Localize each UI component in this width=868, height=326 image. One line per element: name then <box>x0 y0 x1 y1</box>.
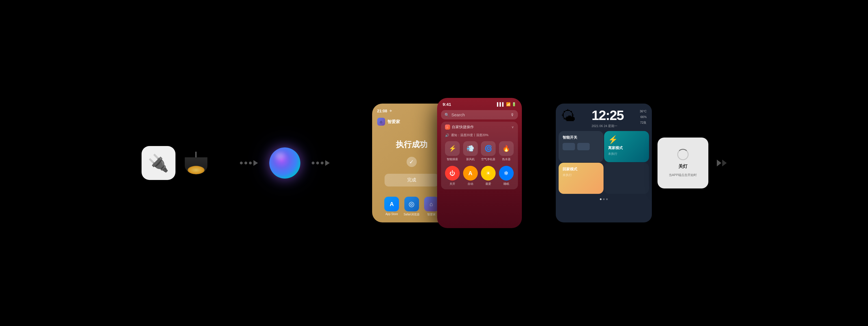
weather-stats: 36°C 66% 72良 <box>640 109 647 125</box>
double-chevron-icon <box>717 160 727 166</box>
humidity-text: 66% <box>640 114 647 120</box>
page-dot-2 <box>603 198 604 200</box>
power-button[interactable]: ⏻ <box>445 166 460 181</box>
switch-2[interactable] <box>577 143 590 150</box>
widget-time: 12:25 <box>592 109 624 122</box>
arrow-2 <box>312 160 330 166</box>
list-item: A 自动 <box>463 166 478 186</box>
shortcuts-header: ⌂ 自家快捷操作 ∨ <box>441 122 518 131</box>
dot <box>321 162 323 164</box>
siri-status-icons: ▌▌▌ 📶 🔋 <box>497 102 516 106</box>
home-mode-title: 回家模式 <box>563 167 599 172</box>
phones-container: 21:08 ✈ ⌂ 智爱家 执行成功 ✓ 完成 A App Store <box>358 98 522 228</box>
right-area: 🌤 12:25 2021 06 24 星期一 36°C 66% 72良 智能开关 <box>556 104 727 222</box>
chevron-down-icon: ∨ <box>512 125 514 129</box>
smart-switch-cell[interactable]: 智能开关 <box>559 131 603 162</box>
widget-date: 2021 06 24 星期一 <box>592 124 624 128</box>
siri-time: 9:41 <box>443 102 451 107</box>
sleep-label: 睡眠 <box>503 182 509 186</box>
arrow-1 <box>240 160 258 166</box>
small-widget-title: 关灯 <box>678 164 687 169</box>
device-icons-grid: ⚡ 智能插座 💨 新风机 🌀 空气净化器 🔥 热水器 <box>441 139 518 165</box>
away-mode-status: 未执行 <box>608 152 645 156</box>
lamp-icon <box>181 147 212 179</box>
home-mode-cell[interactable]: 回家模式 未执行 <box>559 163 603 194</box>
auto-button[interactable]: A <box>463 166 478 181</box>
favorite-button[interactable]: ☀ <box>481 166 496 181</box>
shortcuts-title-row: ⌂ 自家快捷操作 <box>445 125 474 130</box>
safari-icon[interactable]: ◎ <box>404 197 419 211</box>
main-scene: 🔌 21:08 ✈ ⌂ 智爱家 <box>0 0 868 326</box>
page-dots <box>556 197 652 202</box>
checkmark-icon: ✓ <box>407 157 417 167</box>
dot <box>240 162 243 164</box>
home-mode-status: 未执行 <box>563 173 599 177</box>
small-widget-subtitle: 当APP端点击开始时 <box>669 173 697 177</box>
dot <box>316 162 319 164</box>
time-display: 12:25 2021 06 24 星期一 <box>592 109 624 128</box>
chevron-right-1 <box>717 160 727 166</box>
list-item: 🌀 空气净化器 <box>481 141 496 161</box>
action-buttons-row: ⏻ 关开 A 自动 ☀ 最爱 <box>441 165 518 189</box>
water-heater-icon[interactable]: 🔥 <box>499 141 514 156</box>
sparkle-icon: ⚡ <box>608 135 645 144</box>
page-dot-1 <box>600 198 601 200</box>
siri-orb <box>269 147 300 179</box>
mic-icon: 🎙 <box>510 113 515 117</box>
dot <box>249 162 252 164</box>
away-mode-title: 离家模式 <box>608 145 645 151</box>
home-app-icon: ⌂ <box>377 118 385 126</box>
siri-status-bar: 9:41 ▌▌▌ 📶 🔋 <box>437 98 522 108</box>
loading-spinner <box>677 149 689 160</box>
list-item: ❄ 睡眠 <box>499 166 514 186</box>
shortcuts-section: ⌂ 自家快捷操作 ∨ 🔊 通知：温度20度丨湿度20% ⚡ 智能插座 💨 <box>441 122 518 189</box>
shortcut-app-icon: ⌂ <box>445 125 450 130</box>
smart-socket-label: 智能插座 <box>447 157 458 161</box>
temp-text: 36°C <box>640 109 647 114</box>
widget-grid: 智能开关 ⚡ 离家模式 未执行 回家模式 未执行 <box>556 131 652 197</box>
search-placeholder-text: Search <box>452 112 508 117</box>
air-purifier-icon[interactable]: 🌀 <box>481 141 496 156</box>
signal-icon: ▌▌▌ <box>497 102 505 106</box>
smartapp-label: 智爱家 <box>427 213 436 216</box>
appstore-icon[interactable]: A <box>384 197 399 211</box>
notification-bar: 🔊 通知：温度20度丨湿度20% <box>441 131 518 139</box>
left-icons-group: 🔌 <box>142 146 212 180</box>
smartapp-icon[interactable]: ⌂ <box>424 197 439 211</box>
list-item: 🔥 热水器 <box>499 141 514 161</box>
list-item: A App Store <box>384 197 399 216</box>
aqi-text: 72良 <box>640 120 647 126</box>
small-widget: 关灯 当APP端点击开始时 <box>657 138 708 188</box>
speaker-icon: 🔊 <box>445 133 449 137</box>
battery-icon: 🔋 <box>512 102 516 106</box>
switch-1[interactable] <box>563 143 575 150</box>
widget-card: 🌤 12:25 2021 06 24 星期一 36°C 66% 72良 智能开关 <box>556 104 652 222</box>
appstore-label: App Store <box>385 213 398 216</box>
away-mode-cell[interactable]: ⚡ 离家模式 未执行 <box>604 131 649 162</box>
dot <box>312 162 314 164</box>
arrowhead <box>325 160 330 166</box>
done-button[interactable]: 完成 <box>384 174 439 187</box>
phone-siri: 9:41 ▌▌▌ 📶 🔋 🔍 Search 🎙 ⌂ 自家快捷操作 <box>437 98 522 228</box>
switch-row <box>563 143 599 150</box>
air-purifier-label: 空气净化器 <box>481 157 495 161</box>
list-item: ◎ Safari浏览器 <box>403 197 419 216</box>
smart-switch-title: 智能开关 <box>563 135 599 140</box>
wifi-icon: 📶 <box>506 102 510 106</box>
list-item: ⚡ 智能插座 <box>445 141 460 161</box>
arrowhead <box>253 160 258 166</box>
dot <box>244 162 247 164</box>
power-label: 关开 <box>450 182 455 186</box>
search-bar[interactable]: 🔍 Search 🎙 <box>441 110 518 119</box>
ventilator-icon[interactable]: 💨 <box>463 141 478 156</box>
plug-icon: 🔌 <box>142 146 176 180</box>
empty-cell <box>604 163 649 194</box>
home-app-title: 智爱家 <box>388 119 400 125</box>
water-heater-label: 热水器 <box>502 157 510 161</box>
success-text: 执行成功 <box>396 139 428 150</box>
ventilator-label: 新风机 <box>466 157 475 161</box>
list-item: 💨 新风机 <box>463 141 478 161</box>
smart-socket-icon[interactable]: ⚡ <box>445 141 460 156</box>
sleep-button[interactable]: ❄ <box>499 166 514 181</box>
notification-text: 通知：温度20度丨湿度20% <box>451 133 489 137</box>
